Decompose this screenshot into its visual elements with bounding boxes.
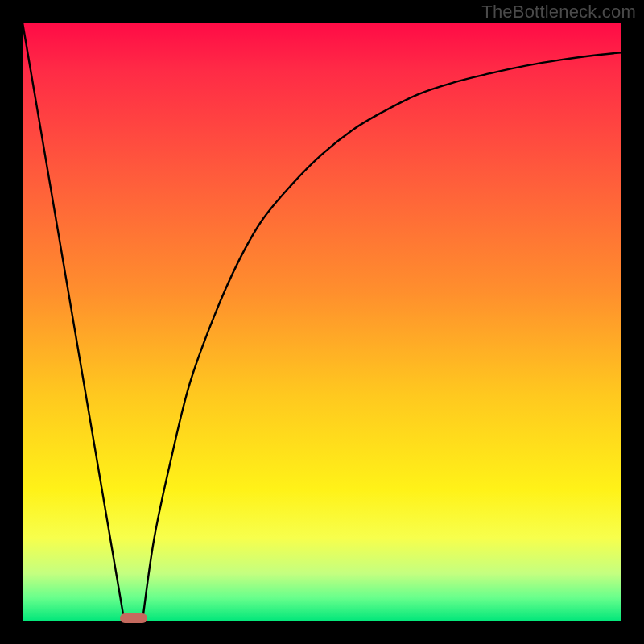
watermark-text: TheBottleneck.com — [481, 2, 636, 23]
chart-frame: TheBottleneck.com — [0, 0, 644, 644]
curve-layer — [23, 23, 621, 621]
left-slope-line — [23, 23, 125, 621]
plot-area — [23, 23, 621, 621]
bottleneck-marker — [120, 613, 147, 623]
right-curve-line — [142, 52, 621, 621]
